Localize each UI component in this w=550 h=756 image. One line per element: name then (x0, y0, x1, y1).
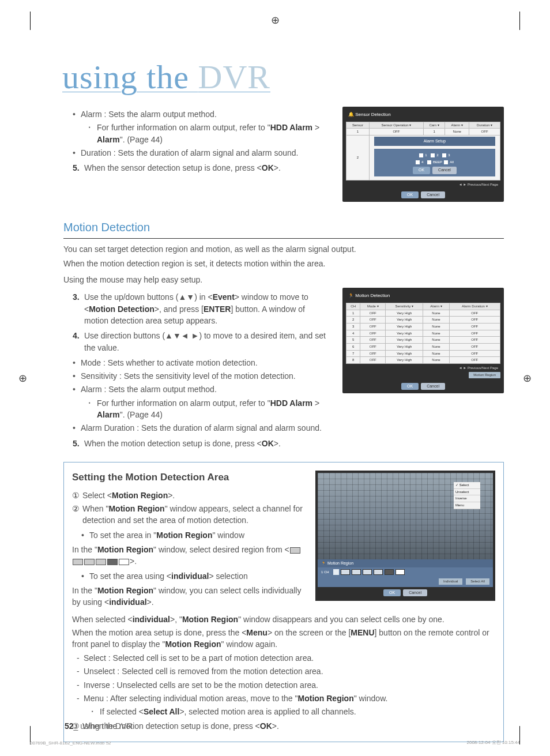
dash-select: Select : Selected cell is set to be a pa… (77, 652, 495, 664)
alarm-bullet: Alarm : Sets the alarm output method. Fo… (73, 108, 331, 145)
alarm-setup-popup: Alarm Setup (374, 137, 495, 146)
cancel-button: Cancel (421, 191, 445, 198)
motion-detection-screenshot: 🏃 Motion Detection CH Mode ▾ Sensitivity… (342, 288, 504, 393)
sensor-detection-screenshot: 🔔 Sensor Detection Sensor Sensor Operati… (342, 107, 504, 202)
step-number: 5. (73, 438, 80, 449)
ok-button: OK (383, 589, 401, 596)
pager-label: Previous/Next Page (468, 183, 498, 186)
cancel-button: Cancel (421, 383, 445, 390)
individual-text: In the "Motion Region" window, you can s… (72, 585, 306, 608)
step-5-md: 5. When the motion detection setup is do… (73, 438, 331, 449)
md-mouse-tip: Using the mouse may help easy setup. (63, 274, 504, 285)
context-menu: ✓ Select Unselect Inverse Menu (454, 482, 480, 509)
region-strip: 1 CH (318, 567, 493, 577)
motion-detection-heading: Motion Detection (63, 219, 504, 239)
circle-2: ②When "Motion Region" window appears, se… (72, 503, 306, 526)
md-table: CH Mode ▾ Sensitivity ▾ Alarm ▾ Alarm Du… (346, 303, 500, 364)
region-select-text: In the "Motion Region" window, select de… (72, 544, 306, 567)
imprint-right: 2008-12-04 오전 10:15:44 (466, 739, 520, 746)
region-bar-title: Motion Region (327, 561, 353, 565)
ok-button: OK (401, 383, 419, 390)
sensitivity-bullet: Sensitivity : Sets the sensitivity level… (73, 370, 331, 382)
page-footer: 52_ using the DVR (65, 721, 133, 731)
step-3: 3. Use the up/down buttons (▲▼) in <Even… (73, 291, 331, 326)
dash-unselect: Unselect : Selected cell is removed from… (77, 665, 495, 677)
alarm-sub: For further information on alarm output,… (89, 122, 331, 145)
region-sub-buttons: Individual Select All (318, 577, 493, 587)
page-title: using the DVR (62, 58, 504, 96)
step-4: 4. Use direction buttons (▲▼◄ ►) to move… (73, 330, 331, 353)
alarm-bullet-2: Alarm : Sets the alarm output method. Fo… (73, 383, 331, 420)
md-shot-title: Motion Detection (355, 293, 390, 298)
imprint-left: 00769B_SHR-8162_ENG-NEW.indb 52 (30, 740, 111, 746)
cancel-button: Cancel (403, 589, 427, 596)
individual-bullet: To set the area using <individual> selec… (81, 570, 306, 582)
individual-button: Individual (439, 578, 462, 585)
dash-menu-sub: If selected <Select All>, selected motio… (92, 706, 495, 717)
alarm-text: Alarm : Sets the alarm output method. (81, 110, 217, 119)
page-number: 52 (65, 721, 74, 731)
sensor-table: Sensor Sensor Operation ▾ Cam ▾ Alarm ▾ … (346, 122, 500, 180)
motion-region-screenshot: ✓ Select Unselect Inverse Menu 🏃 Motion … (315, 471, 495, 601)
region-grid: ✓ Select Unselect Inverse Menu (318, 473, 493, 559)
alarm-sub-2: For further information on alarm output,… (89, 397, 331, 421)
step-number: 3. (73, 291, 80, 303)
ok-button: OK (401, 191, 419, 198)
step-number: 5. (73, 162, 80, 174)
md-intro-1: You can set target detection region and … (63, 243, 504, 255)
mode-bullet: Mode : Sets whether to activate motion d… (73, 357, 331, 368)
select-all-button: Select All (466, 578, 489, 585)
motion-region-button: Motion Region (469, 372, 500, 378)
wide-text-1: When selected <individual>, "Motion Regi… (72, 614, 495, 625)
dash-inverse: Inverse : Unselected cells are set to be… (77, 679, 495, 691)
md-intro-2: When the motion detection region is set,… (63, 258, 504, 269)
circle-1: ①Select <Motion Region>. (72, 490, 306, 501)
title-part-b: DVR (198, 58, 270, 96)
alarm-setup-body: 1 2 3 4 BEEP All OKCancel (374, 149, 495, 176)
title-part-a: using the (62, 58, 198, 96)
step-5: 5. When the sensor detection setup is do… (73, 162, 331, 174)
pager-label: Previous/Next Page (468, 366, 498, 370)
alarm-duration-bullet: Alarm Duration : Sets the duration of al… (73, 422, 331, 434)
duration-bullet: Duration : Sets the duration of alarm si… (73, 147, 331, 159)
box-heading: Setting the Motion Detection Area (72, 471, 306, 485)
setting-motion-area-box: Setting the Motion Detection Area ①Selec… (63, 462, 504, 742)
channel-label: 1 CH (321, 570, 329, 575)
set-area-bullet: To set the area in "Motion Region" windo… (81, 529, 306, 541)
footer-label: using the DVR (80, 721, 132, 731)
wide-text-2: When the motion area setup is done, pres… (72, 627, 495, 650)
step-number: 4. (73, 330, 80, 341)
circle-3: ③When the motion detection setup is done… (72, 720, 495, 732)
sensor-shot-title: Sensor Detection (355, 112, 390, 117)
dash-menu: Menu : After selecting individual motion… (77, 693, 495, 718)
